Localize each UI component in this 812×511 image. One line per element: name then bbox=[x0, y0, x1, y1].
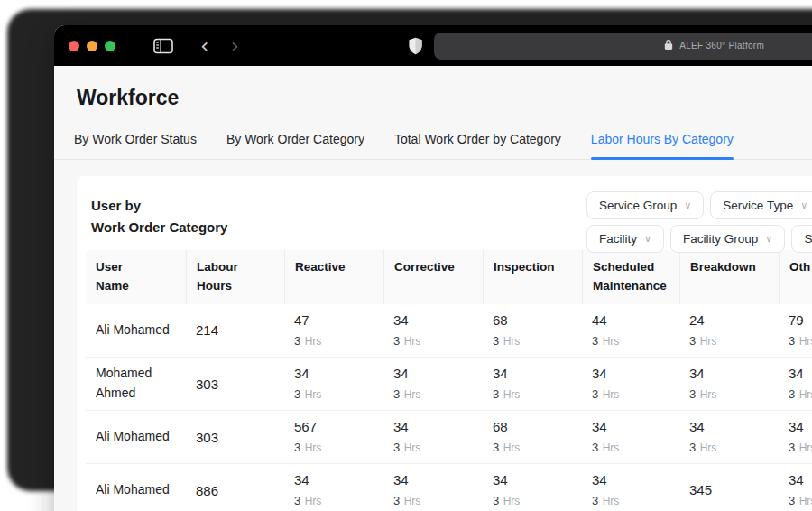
cell-user-name: Ali Mohamed bbox=[86, 464, 181, 511]
cell-value: 34 bbox=[294, 470, 376, 490]
cell-category-value: 34 3 Hrs bbox=[679, 358, 779, 410]
tab-label: By Work Order Status bbox=[74, 132, 197, 146]
cell-category-value: 567 3 Hrs bbox=[284, 411, 383, 463]
cell-hours-sub: 3 Hrs bbox=[689, 384, 771, 404]
cell-category-value: 34 3 Hrs bbox=[582, 358, 679, 410]
cell-hours-sub: 3 Hrs bbox=[393, 490, 475, 510]
cell-hours-sub: 3 Hrs bbox=[592, 330, 672, 350]
cell-hours-sub: 3 Hrs bbox=[294, 330, 376, 350]
cell-hours-sub: 3 Hrs bbox=[294, 384, 376, 404]
cell-category-value: 34 3 Hrs bbox=[679, 411, 779, 463]
cell-hours-sub: 3 Hrs bbox=[294, 490, 376, 510]
cell-category-value: 34 3 Hrs bbox=[383, 358, 483, 410]
cell-hours-sub: 3 Hrs bbox=[689, 330, 771, 350]
url-label: ALEF 360° Platform bbox=[679, 41, 764, 51]
browser-chrome: ‹ › ALEF 360° Platform bbox=[54, 25, 812, 66]
tab-labor-hours-by-category[interactable]: Labor Hours By Category bbox=[591, 126, 734, 159]
report-card: User by Work Order Category Service Grou… bbox=[77, 176, 812, 511]
lock-icon bbox=[664, 38, 673, 54]
filter-dropdown-facility-group[interactable]: Facility Group ∨ bbox=[670, 225, 785, 253]
column-header-label: Corrective bbox=[394, 258, 455, 277]
cell-value: 34 bbox=[789, 417, 812, 437]
table-row: Mohamed Ahmed 303 34 3 Hrs 34 3 Hrs 34 3… bbox=[86, 358, 812, 411]
zoom-window-button[interactable] bbox=[105, 41, 115, 51]
labor-hours-table: User Name Labour Hours Reactive Correcti… bbox=[86, 250, 812, 511]
page-title: Workforce bbox=[77, 86, 812, 110]
cell-hours-sub: 3 Hrs bbox=[493, 437, 575, 457]
cell-value: 34 bbox=[493, 470, 575, 490]
filter-row-1: Service Group ∨ Service Type ∨ bbox=[586, 191, 812, 219]
cell-value: 44 bbox=[592, 311, 672, 330]
cell-hours-sub: 3 Hrs bbox=[393, 384, 475, 404]
forward-icon[interactable]: › bbox=[229, 35, 242, 57]
cell-category-value: 24 3 Hrs bbox=[679, 304, 779, 357]
filter-dropdown-facility[interactable]: Facility ∨ bbox=[586, 225, 664, 253]
column-header-label: Oth bbox=[789, 258, 810, 277]
filter-label: Facility bbox=[599, 232, 637, 246]
cell-value: 34 bbox=[592, 364, 672, 384]
cell-value: 34 bbox=[393, 470, 475, 490]
cell-hours-sub: 3 Hrs bbox=[789, 490, 812, 510]
back-icon[interactable]: ‹ bbox=[198, 35, 211, 57]
cell-category-value: 47 3 Hrs bbox=[284, 304, 383, 357]
cell-value: 34 bbox=[592, 417, 672, 437]
cell-hours-sub: 3 Hrs bbox=[493, 384, 575, 404]
column-header-label: Breakdown bbox=[690, 258, 756, 277]
table-row: Ali Mohamed 886 34 3 Hrs 34 3 Hrs 34 3 H… bbox=[86, 464, 812, 511]
sidebar-toggle-icon[interactable] bbox=[153, 38, 173, 54]
cell-category-value: 34 3 Hrs bbox=[483, 358, 582, 410]
table-row: Ali Mohamed 214 47 3 Hrs 34 3 Hrs 68 3 H… bbox=[86, 304, 812, 358]
cell-category-value: 34 3 Hrs bbox=[383, 464, 483, 511]
tab-by-work-order-category[interactable]: By Work Order Category bbox=[226, 126, 364, 159]
filter-dropdown-s[interactable]: S ∨ bbox=[791, 225, 812, 253]
cell-hours-sub: 3 Hrs bbox=[789, 437, 812, 457]
close-window-button[interactable] bbox=[69, 41, 79, 51]
cell-category-value: 34 3 Hrs bbox=[284, 358, 383, 410]
filter-dropdown-service-type[interactable]: Service Type ∨ bbox=[710, 191, 812, 219]
cell-value: 34 bbox=[689, 417, 771, 437]
minimize-window-button[interactable] bbox=[87, 41, 97, 51]
shield-icon[interactable] bbox=[408, 37, 423, 55]
chevron-down-icon: ∨ bbox=[684, 200, 691, 211]
cell-hours-sub: 3 Hrs bbox=[592, 490, 672, 510]
traffic-lights bbox=[69, 41, 115, 51]
cell-value: 68 bbox=[493, 311, 575, 330]
cell-category-value: 34 3 Hrs bbox=[383, 411, 483, 463]
filters: Service Group ∨ Service Type ∨ Facility … bbox=[586, 191, 812, 258]
cell-category-value: 345 bbox=[679, 464, 779, 511]
cell-value: 34 bbox=[294, 364, 376, 384]
cell-hours-sub: 3 Hrs bbox=[393, 330, 475, 350]
cell-value: 79 bbox=[789, 311, 812, 330]
filter-label: Facility Group bbox=[683, 232, 758, 246]
cell-category-value: 79 3 Hrs bbox=[779, 304, 812, 357]
column-header-corrective: Corrective bbox=[383, 250, 483, 304]
column-header-label: Inspection bbox=[494, 258, 555, 277]
cell-hours-sub: 3 Hrs bbox=[789, 384, 812, 404]
cell-hours-sub: 3 Hrs bbox=[493, 330, 575, 350]
chevron-down-icon: ∨ bbox=[644, 233, 651, 245]
chevron-down-icon: ∨ bbox=[800, 200, 807, 211]
column-header-label: User Name bbox=[96, 258, 152, 296]
cell-value: 567 bbox=[294, 417, 376, 437]
filter-row-2: Facility ∨ Facility Group ∨ S ∨ bbox=[586, 225, 812, 253]
tab-total-work-order-by-category[interactable]: Total Work Order by Category bbox=[394, 126, 561, 159]
cell-value: 34 bbox=[789, 470, 812, 490]
filter-label: Service Type bbox=[723, 199, 793, 212]
tab-by-work-order-status[interactable]: By Work Order Status bbox=[74, 126, 197, 159]
cell-category-value: 34 3 Hrs bbox=[284, 464, 383, 511]
cell-category-value: 34 3 Hrs bbox=[779, 358, 812, 410]
cell-category-value: 34 3 Hrs bbox=[483, 464, 582, 511]
cell-category-value: 34 3 Hrs bbox=[779, 411, 812, 463]
filter-label: Service Group bbox=[599, 199, 677, 212]
filter-dropdown-service-group[interactable]: Service Group ∨ bbox=[586, 191, 704, 219]
cell-category-value: 68 3 Hrs bbox=[483, 304, 582, 357]
cell-hours-sub: 3 Hrs bbox=[789, 330, 812, 350]
cell-hours-sub: 3 Hrs bbox=[592, 437, 672, 457]
table-row: Ali Mohamed 303 567 3 Hrs 34 3 Hrs 68 3 … bbox=[86, 411, 812, 464]
cell-value: 34 bbox=[789, 364, 812, 384]
cell-category-value: 34 3 Hrs bbox=[582, 411, 679, 463]
filter-label: S bbox=[804, 232, 812, 246]
url-bar[interactable]: ALEF 360° Platform bbox=[434, 33, 812, 60]
cell-hours-sub: 3 Hrs bbox=[393, 437, 475, 457]
browser-window: ‹ › ALEF 360° Platform Workforce By bbox=[54, 25, 812, 511]
